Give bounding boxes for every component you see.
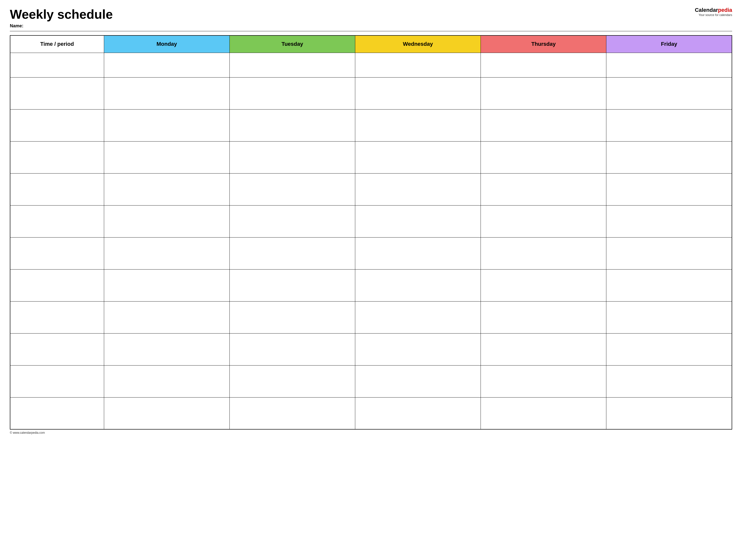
- table-row: [10, 269, 732, 301]
- schedule-cell[interactable]: [355, 53, 481, 77]
- time-cell: [10, 205, 104, 237]
- schedule-cell[interactable]: [229, 173, 355, 205]
- col-header-friday: Friday: [606, 36, 732, 53]
- schedule-cell[interactable]: [104, 77, 229, 109]
- schedule-cell[interactable]: [606, 301, 732, 333]
- schedule-cell[interactable]: [104, 173, 229, 205]
- schedule-cell[interactable]: [229, 237, 355, 269]
- name-label: Name:: [10, 23, 683, 29]
- schedule-cell[interactable]: [481, 109, 606, 141]
- col-header-time: Time / period: [10, 36, 104, 53]
- time-cell: [10, 301, 104, 333]
- table-row: [10, 301, 732, 333]
- table-row: [10, 53, 732, 77]
- time-cell: [10, 365, 104, 397]
- footer-url: © www.calendarpedia.com: [10, 431, 45, 435]
- logo-pedia: pedia: [718, 7, 732, 13]
- schedule-cell[interactable]: [229, 77, 355, 109]
- schedule-cell[interactable]: [104, 365, 229, 397]
- schedule-cell[interactable]: [229, 205, 355, 237]
- schedule-cell[interactable]: [229, 141, 355, 173]
- schedule-body: [10, 53, 732, 429]
- schedule-cell[interactable]: [355, 237, 481, 269]
- time-cell: [10, 237, 104, 269]
- header-divider: [10, 31, 732, 31]
- table-row: [10, 77, 732, 109]
- table-row: [10, 333, 732, 365]
- schedule-cell[interactable]: [481, 301, 606, 333]
- schedule-cell[interactable]: [104, 237, 229, 269]
- logo-tagline: Your source for calendars: [699, 13, 732, 17]
- table-row: [10, 173, 732, 205]
- table-row: [10, 109, 732, 141]
- schedule-cell[interactable]: [104, 333, 229, 365]
- col-header-monday: Monday: [104, 36, 229, 53]
- schedule-cell[interactable]: [481, 141, 606, 173]
- schedule-cell[interactable]: [606, 397, 732, 429]
- schedule-cell[interactable]: [229, 301, 355, 333]
- logo-area: Calendarpedia Your source for calendars: [683, 7, 732, 17]
- table-header-row: Time / period Monday Tuesday Wednesday T…: [10, 36, 732, 53]
- time-cell: [10, 77, 104, 109]
- schedule-cell[interactable]: [606, 109, 732, 141]
- schedule-cell[interactable]: [355, 77, 481, 109]
- schedule-cell[interactable]: [355, 269, 481, 301]
- schedule-cell[interactable]: [481, 77, 606, 109]
- schedule-cell[interactable]: [355, 141, 481, 173]
- schedule-cell[interactable]: [229, 333, 355, 365]
- schedule-cell[interactable]: [606, 53, 732, 77]
- schedule-cell[interactable]: [104, 269, 229, 301]
- schedule-cell[interactable]: [355, 397, 481, 429]
- logo-text: Calendarpedia: [695, 7, 732, 13]
- schedule-cell[interactable]: [104, 141, 229, 173]
- schedule-cell[interactable]: [104, 301, 229, 333]
- time-cell: [10, 53, 104, 77]
- schedule-cell[interactable]: [481, 53, 606, 77]
- schedule-cell[interactable]: [481, 397, 606, 429]
- time-cell: [10, 397, 104, 429]
- schedule-cell[interactable]: [606, 77, 732, 109]
- schedule-cell[interactable]: [606, 237, 732, 269]
- schedule-cell[interactable]: [606, 205, 732, 237]
- schedule-cell[interactable]: [481, 365, 606, 397]
- time-cell: [10, 109, 104, 141]
- schedule-cell[interactable]: [481, 205, 606, 237]
- schedule-cell[interactable]: [229, 397, 355, 429]
- schedule-cell[interactable]: [229, 365, 355, 397]
- schedule-cell[interactable]: [104, 53, 229, 77]
- schedule-cell[interactable]: [606, 333, 732, 365]
- schedule-cell[interactable]: [606, 141, 732, 173]
- time-cell: [10, 173, 104, 205]
- col-header-thursday: Thursday: [481, 36, 606, 53]
- schedule-cell[interactable]: [481, 237, 606, 269]
- schedule-cell[interactable]: [481, 333, 606, 365]
- table-row: [10, 237, 732, 269]
- col-header-tuesday: Tuesday: [229, 36, 355, 53]
- schedule-cell[interactable]: [229, 53, 355, 77]
- schedule-cell[interactable]: [481, 269, 606, 301]
- schedule-cell[interactable]: [355, 365, 481, 397]
- schedule-cell[interactable]: [355, 109, 481, 141]
- schedule-cell[interactable]: [355, 333, 481, 365]
- schedule-cell[interactable]: [355, 301, 481, 333]
- schedule-cell[interactable]: [229, 109, 355, 141]
- time-cell: [10, 269, 104, 301]
- schedule-cell[interactable]: [104, 109, 229, 141]
- col-header-wednesday: Wednesday: [355, 36, 481, 53]
- schedule-cell[interactable]: [104, 205, 229, 237]
- schedule-cell[interactable]: [355, 205, 481, 237]
- schedule-cell[interactable]: [606, 173, 732, 205]
- logo-calendar: Calendar: [695, 7, 718, 13]
- schedule-cell[interactable]: [606, 365, 732, 397]
- table-row: [10, 365, 732, 397]
- time-cell: [10, 333, 104, 365]
- table-row: [10, 205, 732, 237]
- schedule-cell[interactable]: [229, 269, 355, 301]
- schedule-cell[interactable]: [355, 173, 481, 205]
- schedule-cell[interactable]: [481, 173, 606, 205]
- schedule-cell[interactable]: [606, 269, 732, 301]
- title-area: Weekly schedule Name:: [10, 7, 683, 29]
- header: Weekly schedule Name: Calendarpedia Your…: [10, 7, 732, 29]
- table-row: [10, 141, 732, 173]
- schedule-cell[interactable]: [104, 397, 229, 429]
